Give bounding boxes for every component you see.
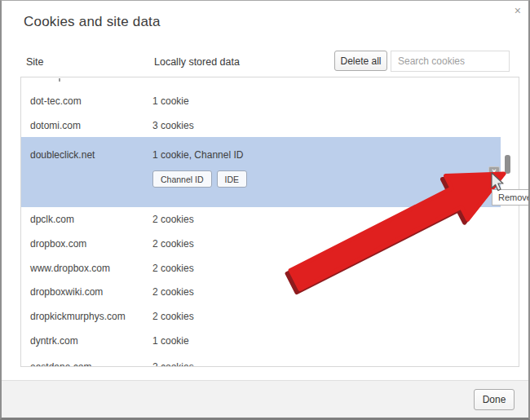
site-name: dpclk.com [30,214,144,225]
list-item-selected[interactable]: doubleclick.net 1 cookie, Channel ID Cha… [21,137,501,207]
site-name: doubleclick.net [30,149,95,161]
dialog-footer: Done [2,380,528,418]
scrollbar-thumb[interactable] [505,155,510,174]
dialog-title: Cookies and site data [24,14,161,30]
delete-all-button[interactable]: Delete all [334,51,387,71]
site-name: dotomi.com [30,120,144,131]
stored-data-label: 1 cookie [152,335,189,347]
stored-data-label: 2 cookies [152,311,194,322]
list-item[interactable]: www.dropbox.com 2 cookies [21,256,501,281]
site-name: dropboxwiki.com [30,286,144,298]
cookie-tag-channel-id[interactable]: Channel ID [152,170,212,188]
remove-cookie-button[interactable]: × [488,166,500,178]
list-item[interactable]: dropbox.com 2 cookies [21,232,501,256]
stored-data-label: 2 cookies [152,263,194,274]
site-name: eastdane.com [30,361,144,367]
close-icon[interactable]: × [515,5,521,16]
column-header-locally-stored-data: Locally stored data [154,56,240,68]
stored-data-label: 2 cookies [152,361,194,367]
stored-data-label: 2 cookies [152,214,194,225]
site-name: www.dropbox.com [30,263,144,274]
done-button[interactable]: Done [474,389,515,410]
clipped-row-top-remnant [59,78,60,82]
cookie-tag-bar: Channel ID IDE [152,170,247,188]
list-item[interactable]: dropboxwiki.com 2 cookies [21,280,501,304]
column-header-site: Site [26,56,44,68]
stored-data-label: 2 cookies [152,286,194,298]
remove-x-icon: × [492,168,497,176]
stored-data-label: 2 cookies [152,238,194,250]
list-item[interactable]: dropkickmurphys.com 2 cookies [21,304,501,329]
cookie-site-list: dot-tec.com 1 cookie dotomi.com 3 cookie… [20,77,519,367]
cookie-tag-ide[interactable]: IDE [217,170,248,188]
remove-tooltip: Remove [492,189,530,206]
list-item[interactable]: dpclk.com 2 cookies [21,207,501,232]
site-name: dropkickmurphys.com [30,311,144,322]
list-item[interactable]: dotomi.com 3 cookies [21,113,501,138]
stored-data-label: 3 cookies [152,120,194,131]
list-item-clipped[interactable]: eastdane.com 2 cookies [21,355,501,367]
site-name: dropbox.com [30,238,144,250]
site-name: dyntrk.com [30,335,144,347]
cookies-dialog: Cookies and site data × Site Locally sto… [0,0,530,420]
site-name: dot-tec.com [30,95,144,107]
search-cookies-input[interactable] [391,51,510,72]
list-item[interactable]: dyntrk.com 1 cookie [21,329,501,353]
stored-data-label: 1 cookie [152,95,189,107]
list-item[interactable]: dot-tec.com 1 cookie [21,89,501,113]
stored-data-label: 1 cookie, Channel ID [152,149,243,161]
